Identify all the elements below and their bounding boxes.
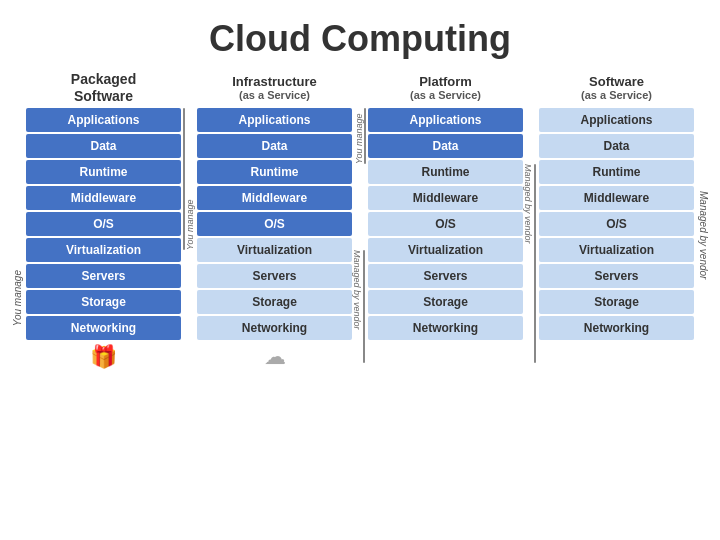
row-middleware: Middleware [539, 186, 694, 210]
row-data: Data [26, 134, 181, 158]
row-data: Data [197, 134, 352, 158]
row-runtime: Runtime [26, 160, 181, 184]
row-networking: Networking [368, 316, 523, 340]
row-storage: Storage [197, 290, 352, 314]
row-storage: Storage [368, 290, 523, 314]
col1-header: Packaged Software [26, 70, 181, 106]
col3-rows: Applications Data Runtime Middleware O/S… [368, 108, 523, 340]
row-applications: Applications [197, 108, 352, 132]
column-paas: Platform (as a Service) You manage Appli… [368, 70, 523, 370]
row-applications: Applications [368, 108, 523, 132]
cloud-icon: ☁ [264, 344, 286, 369]
managed-by-vendor-saas-label: Managed by vendor [694, 108, 712, 363]
col3-header: Platform (as a Service) [368, 70, 523, 106]
row-runtime: Runtime [368, 160, 523, 184]
row-virtualization: Virtualization [26, 238, 181, 262]
row-middleware: Middleware [368, 186, 523, 210]
row-middleware: Middleware [197, 186, 352, 210]
row-os: O/S [26, 212, 181, 236]
page: Cloud Computing You manage Packaged Soft… [0, 0, 720, 540]
row-storage: Storage [539, 290, 694, 314]
title: Cloud Computing [0, 0, 720, 70]
row-data: Data [539, 134, 694, 158]
column-packaged: Packaged Software Applications Data Runt… [26, 70, 181, 370]
row-networking: Networking [26, 316, 181, 340]
row-applications: Applications [539, 108, 694, 132]
column-saas: Software (as a Service) Applications Dat… [539, 70, 694, 370]
col2-rows: Applications Data Runtime Middleware O/S… [197, 108, 352, 340]
row-middleware: Middleware [26, 186, 181, 210]
row-networking: Networking [197, 316, 352, 340]
row-virtualization: Virtualization [197, 238, 352, 262]
row-servers: Servers [368, 264, 523, 288]
row-os: O/S [197, 212, 352, 236]
row-runtime: Runtime [197, 160, 352, 184]
row-storage: Storage [26, 290, 181, 314]
row-runtime: Runtime [539, 160, 694, 184]
col2-header: Infrastructure (as a Service) [197, 70, 352, 106]
row-servers: Servers [197, 264, 352, 288]
row-virtualization: Virtualization [539, 238, 694, 262]
col4-rows: Applications Data Runtime Middleware O/S… [539, 108, 694, 340]
col4-header: Software (as a Service) [539, 70, 694, 106]
row-servers: Servers [26, 264, 181, 288]
col1-rows: Applications Data Runtime Middleware O/S… [26, 108, 181, 340]
row-networking: Networking [539, 316, 694, 340]
row-data: Data [368, 134, 523, 158]
annot-paas-saas: Managed by vendor [523, 108, 539, 363]
gift-icon: 🎁 [90, 344, 117, 369]
you-manage-packaged-label: You manage [8, 108, 26, 488]
row-applications: Applications [26, 108, 181, 132]
row-servers: Servers [539, 264, 694, 288]
column-iaas: Infrastructure (as a Service) Applicatio… [197, 70, 352, 370]
row-os: O/S [539, 212, 694, 236]
you-manage-iaas-annot: You manage [181, 108, 197, 250]
row-virtualization: Virtualization [368, 238, 523, 262]
row-os: O/S [368, 212, 523, 236]
